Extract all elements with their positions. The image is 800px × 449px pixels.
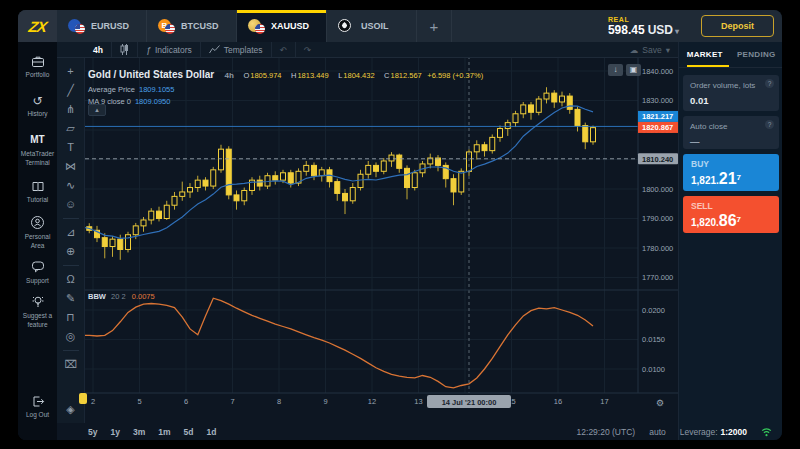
cloud-icon: ☁ [630,45,639,55]
range-5y[interactable]: 5y [88,427,97,437]
svg-text:0.0200: 0.0200 [642,306,665,315]
gold-icon [248,18,265,34]
drawing-mode-tool-icon[interactable]: ✎ [57,293,84,304]
trendline-tool-icon[interactable]: ╱ [57,85,84,96]
auto-close-value[interactable]: — [690,136,772,147]
buy-button[interactable]: BUY 1,821.217 [683,154,779,191]
svg-text:7: 7 [230,397,234,406]
drawing-tools-bar: + ╱ ⋔ ▱ T ⋈ ∿ ☺ ⊿ ⊕ Ω ✎ ⊓ ◎ ⌧ ◈ [57,58,85,423]
svg-text:13: 13 [414,397,422,406]
range-1d[interactable]: 1d [206,427,216,437]
lightbulb-icon [31,295,45,309]
wave-tool-icon[interactable]: ∿ [57,180,84,191]
sell-price: 1,820.867 [691,212,771,230]
tools-divider [63,218,79,219]
svg-text:12: 12 [368,397,376,406]
oil-icon [338,18,355,34]
tab-pending[interactable]: PENDING [731,50,783,59]
order-volume-field[interactable]: Order volume, lots 0.01 ? [683,75,779,111]
order-volume-value[interactable]: 0.01 [690,95,772,106]
svg-text:17: 17 [600,397,608,406]
range-1y[interactable]: 1y [110,427,119,437]
shapes-tool-icon[interactable]: ▱ [57,123,84,134]
sidebar-item-logout[interactable]: Log Out [18,395,57,419]
svg-text:1810.240: 1810.240 [642,155,673,164]
bbw-indicator-legend[interactable]: BBW 20 2 0.0075 [88,292,155,301]
pattern-tool-icon[interactable]: ⋈ [57,161,84,172]
chart-quick-buttons: ↓ ▣ [608,64,641,76]
indicators-button[interactable]: ƒ Indicators [138,42,201,57]
help-icon[interactable]: ? [765,79,774,88]
account-selector[interactable]: REAL 598.45USD▾ [608,10,679,42]
crosshair-tool-icon[interactable]: + [57,66,84,77]
svg-text:1770.000: 1770.000 [642,273,673,282]
timezone-auto-toggle[interactable]: auto [649,427,666,437]
buy-price: 1,821.217 [691,170,771,188]
chart-toolbar: 4h ƒ Indicators Templates ↶ ↷ ☁ Save ▾ [57,42,678,58]
personal-area-icon [30,215,45,230]
sidebar-item-tutorial[interactable]: Tutorial [18,180,57,204]
svg-text:14 Jul '21 00:00: 14 Jul '21 00:00 [442,398,497,407]
tab-market[interactable]: MARKET [679,50,731,59]
sidebar-item-support[interactable]: Support [18,260,57,285]
logo-cell[interactable]: ZX [18,10,57,42]
help-icon[interactable]: ? [765,120,774,129]
lock-drawings-tool-icon[interactable]: ⊓ [57,312,84,323]
sidebar-item-portfolio[interactable]: Portfolio [18,55,57,79]
sidebar-item-metatrader[interactable]: MT MetaTrader Terminal [18,133,57,167]
chart-area: 1840.0001830.0001820.0001810.0001800.000… [85,42,678,413]
tab-eurusd[interactable]: EURUSD [57,10,147,42]
redo-button[interactable]: ↷ [296,42,319,57]
undo-button[interactable]: ↶ [272,42,296,57]
instrument-name: Gold / United States Dollar [88,69,214,80]
legend-timeframe: 4h [225,71,234,80]
screenshot-icon[interactable]: ▣ [626,64,641,76]
object-tree-icon[interactable]: ◈ [57,404,84,415]
function-icon: ƒ [146,45,151,55]
tab-xauusd[interactable]: XAUUSD [237,10,327,42]
hide-drawings-tool-icon[interactable]: ◎ [57,331,84,342]
utc-clock: 12:29:20 (UTC) [577,427,636,437]
zoom-in-tool-icon[interactable]: ⊕ [57,246,84,257]
tools-divider [63,265,79,266]
svg-text:9: 9 [323,397,327,406]
tab-btcusd[interactable]: B BTCUSD [147,10,237,42]
auto-close-field[interactable]: Auto close — ? [683,116,779,149]
ma-row: MA 9 close 01809.0950 [88,97,483,106]
logout-icon [31,395,45,408]
sidebar-item-history[interactable]: ↺ History [18,95,57,118]
mt-icon: MT [18,133,57,147]
timeframe-button[interactable]: 4h [85,42,112,57]
add-instrument-button[interactable]: + [417,10,452,42]
text-tool-icon[interactable]: T [57,142,84,153]
support-chat-icon [31,260,45,274]
connection-status-icon [761,427,772,437]
collapse-legend-button[interactable]: ▴ [88,104,106,116]
remove-drawings-tool-icon[interactable]: ⌧ [57,359,84,370]
leverage-label: Leverage:1:2000 [680,427,747,437]
emoji-tool-icon[interactable]: ☺ [57,199,84,210]
range-5d[interactable]: 5d [184,427,194,437]
scroll-to-latest-icon[interactable]: ↓ [608,64,623,76]
save-layout-button[interactable]: ☁ Save ▾ [630,45,670,55]
svg-text:8: 8 [277,397,281,406]
pitchfork-tool-icon[interactable]: ⋔ [57,104,84,115]
svg-text:6: 6 [184,397,188,406]
magnet-tool-icon[interactable]: Ω [57,274,84,285]
range-1m[interactable]: 1m [158,427,170,437]
tab-usoil[interactable]: USOIL [327,10,417,42]
sell-button[interactable]: SELL 1,820.867 [683,196,779,233]
svg-text:0.0100: 0.0100 [642,365,665,374]
history-icon: ↺ [18,95,57,107]
average-price-row: Average Price1809.1055 [88,85,483,94]
sidebar-item-suggest-feature[interactable]: Suggest a feature [18,295,57,329]
deposit-button[interactable]: Deposit [701,15,774,37]
chart-highlight-marker [79,393,87,404]
sidebar-item-personal-area[interactable]: Personal Area [18,215,57,250]
ruler-tool-icon[interactable]: ⊿ [57,227,84,238]
range-3m[interactable]: 3m [133,427,145,437]
average-price-value: 1809.1055 [139,85,174,94]
chart-type-button[interactable] [112,42,138,57]
templates-button[interactable]: Templates [201,42,272,57]
templates-icon [209,45,220,54]
